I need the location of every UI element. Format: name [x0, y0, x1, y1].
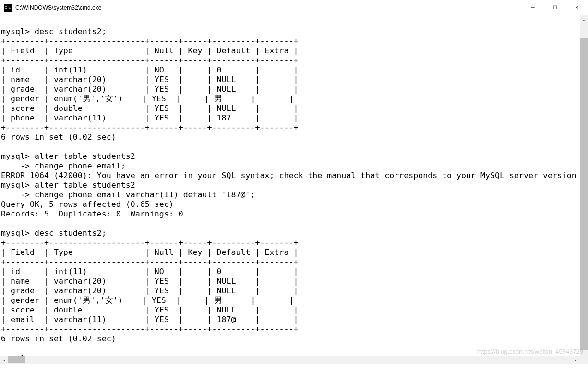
scroll-right-arrow-icon[interactable]: ▸: [572, 356, 580, 364]
scrollbar-corner: [580, 356, 588, 364]
close-button[interactable]: ✕: [566, 0, 588, 15]
window-controls: ─ ☐ ✕: [522, 0, 588, 15]
window-titlebar: C:\. C:\WINDOWS\system32\cmd.exe ─ ☐ ✕: [0, 0, 588, 15]
app-icon: C:\.: [4, 4, 12, 12]
window-title: C:\WINDOWS\system32\cmd.exe: [15, 4, 522, 11]
vertical-scrollbar[interactable]: ▴ ▾: [580, 15, 588, 364]
vertical-scroll-thumb[interactable]: [580, 38, 588, 350]
vertical-scroll-track[interactable]: [580, 24, 588, 356]
terminal-area: mysql> desc students2; +--------+-------…: [0, 15, 588, 364]
terminal-viewport[interactable]: mysql> desc students2; +--------+-------…: [0, 15, 580, 364]
scroll-up-arrow-icon[interactable]: ▴: [580, 15, 588, 24]
scroll-left-arrow-icon[interactable]: ◂: [0, 356, 8, 364]
horizontal-scroll-thumb[interactable]: [8, 356, 25, 363]
horizontal-scroll-track[interactable]: [8, 356, 572, 364]
terminal-output: mysql> desc students2; +--------+-------…: [0, 15, 580, 363]
horizontal-scrollbar[interactable]: ◂ ▸: [0, 356, 588, 364]
minimize-button[interactable]: ─: [522, 0, 544, 15]
maximize-button[interactable]: ☐: [544, 0, 566, 15]
